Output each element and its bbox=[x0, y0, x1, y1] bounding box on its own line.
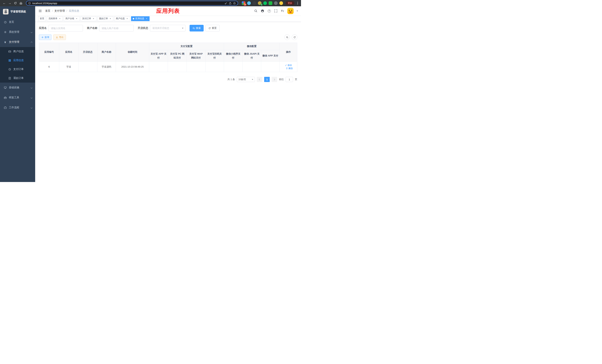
url-text[interactable]: localhost:1024/pay/app bbox=[32, 2, 223, 5]
page-number-1[interactable]: 1 bbox=[264, 77, 270, 82]
app-logo[interactable]: 芋道管理系统 bbox=[0, 6, 35, 17]
tab-pay-order[interactable]: 支付订单 bbox=[81, 16, 97, 21]
share-icon[interactable] bbox=[229, 2, 232, 5]
site-info-icon[interactable] bbox=[28, 2, 31, 5]
status-label: 开启状态 bbox=[138, 26, 148, 30]
page-word: 页 bbox=[295, 78, 297, 81]
search-button[interactable]: 搜索 bbox=[190, 25, 204, 32]
sidebar-item-payment[interactable]: 支付管理 bbox=[0, 37, 35, 47]
table-row: 6 芋道 芋道源码 2021-10-23 08:49:25 bbox=[39, 62, 297, 72]
close-icon[interactable] bbox=[145, 17, 148, 20]
extension-icon[interactable] bbox=[247, 1, 251, 5]
breadcrumb-separator bbox=[52, 10, 53, 12]
close-icon[interactable] bbox=[58, 17, 61, 20]
reload-icon[interactable] bbox=[13, 1, 18, 6]
page-title: 应用列表 bbox=[156, 7, 180, 15]
extension-icon[interactable] bbox=[269, 1, 272, 5]
grid-icon bbox=[8, 59, 11, 62]
refund-icon bbox=[8, 77, 11, 80]
merchant-name-input[interactable] bbox=[99, 25, 134, 32]
col-header-status: 开启状态 bbox=[78, 43, 97, 62]
chevron-down-icon bbox=[31, 97, 32, 98]
card-icon bbox=[8, 50, 11, 53]
extensions-area: 10 1 bbox=[241, 1, 284, 5]
close-icon[interactable] bbox=[126, 17, 129, 20]
sidebar-toggle-icon[interactable] bbox=[38, 9, 42, 13]
user-menu-caret-icon[interactable] bbox=[297, 11, 298, 11]
key-icon[interactable] bbox=[225, 2, 227, 5]
address-bar[interactable]: localhost:1024/pay/app bbox=[26, 1, 238, 6]
col-header-created: 创建时间 bbox=[116, 43, 149, 62]
sidebar-item-dev-tools[interactable]: 研发工具 bbox=[0, 93, 35, 103]
col-header-wx-mini: 微信小程序支付 bbox=[224, 50, 243, 62]
group-header-wechat: 微信配置 bbox=[224, 43, 280, 50]
extension-icon[interactable] bbox=[252, 1, 256, 5]
sidebar-item-infra[interactable]: 基础设施 bbox=[0, 83, 35, 93]
cell-app-id: 6 bbox=[39, 62, 59, 72]
logo-image bbox=[3, 9, 9, 14]
font-size-icon[interactable] bbox=[281, 9, 284, 13]
table-toolbar: 新增 导出 bbox=[39, 34, 297, 40]
tab-user-group[interactable]: 用户分组 bbox=[64, 16, 80, 21]
tab-app-info[interactable]: 应用信息 bbox=[131, 16, 150, 21]
next-page-button[interactable] bbox=[272, 77, 277, 82]
sidebar-item-workflow[interactable]: 工作流程 bbox=[0, 103, 35, 113]
page-size-select[interactable]: 10条/页 bbox=[237, 77, 255, 82]
sidebar-item-system[interactable]: 系统管理 bbox=[0, 27, 35, 37]
col-header-wx-jsapi: 微信 JSAPI 支付 bbox=[243, 50, 261, 62]
tags-view: 首页 流程表单 用户分组 支付订单 退款订单 商户信息 应用信息 bbox=[35, 16, 301, 22]
sidebar-item-home[interactable]: 首页 bbox=[0, 17, 35, 27]
chevron-left-icon bbox=[259, 78, 261, 80]
breadcrumb-payment[interactable]: 支付管理 bbox=[54, 9, 65, 13]
sidebar-item-pay-order[interactable]: 支付订单 bbox=[0, 65, 35, 74]
sidebar-item-label: 支付管理 bbox=[9, 40, 19, 44]
help-icon[interactable] bbox=[267, 9, 271, 13]
home-icon[interactable] bbox=[19, 1, 23, 6]
emoji-extension-icon[interactable] bbox=[279, 1, 283, 5]
refresh-table-button[interactable] bbox=[292, 34, 297, 40]
tab-process-form[interactable]: 流程表单 bbox=[47, 16, 63, 21]
breadcrumb-home[interactable]: 首页 bbox=[45, 9, 50, 13]
tab-home[interactable]: 首页 bbox=[38, 16, 46, 21]
bookmark-star-icon[interactable] bbox=[233, 2, 236, 5]
chevron-down-icon bbox=[31, 87, 32, 88]
back-icon[interactable]: ← bbox=[2, 1, 7, 6]
reset-button[interactable]: 重置 bbox=[205, 25, 220, 32]
puzzle-extension-icon[interactable] bbox=[274, 1, 278, 5]
sidebar-item-label: 首页 bbox=[9, 20, 14, 24]
fullscreen-icon[interactable] bbox=[274, 9, 278, 13]
status-select[interactable]: 请选择开启状态 bbox=[150, 25, 185, 32]
user-avatar[interactable] bbox=[287, 8, 294, 14]
add-button[interactable]: 新增 bbox=[39, 34, 52, 40]
chevron-down-icon bbox=[31, 107, 32, 108]
toggle-search-button[interactable] bbox=[284, 34, 290, 40]
edit-button[interactable]: 修改 bbox=[285, 64, 292, 67]
close-icon[interactable] bbox=[109, 17, 112, 20]
breadcrumb-separator bbox=[66, 10, 67, 12]
extension-icon[interactable] bbox=[263, 1, 267, 5]
sidebar-item-label: 支付订单 bbox=[13, 68, 24, 71]
status-select-placeholder: 请选择开启状态 bbox=[152, 26, 169, 30]
sidebar-item-refund-order[interactable]: 退款订单 bbox=[0, 74, 35, 83]
forward-icon[interactable]: → bbox=[7, 1, 12, 6]
tab-merchant-info[interactable]: 商户信息 bbox=[114, 16, 130, 21]
delete-button[interactable]: 删除 bbox=[286, 67, 293, 70]
browser-menu-icon[interactable] bbox=[296, 1, 299, 5]
app-name-input[interactable] bbox=[49, 25, 83, 32]
github-icon[interactable] bbox=[261, 9, 264, 13]
extension-icon[interactable]: 10 bbox=[242, 1, 246, 5]
close-icon[interactable] bbox=[75, 17, 78, 20]
goto-page-input[interactable] bbox=[286, 77, 293, 82]
export-button[interactable]: 导出 bbox=[53, 34, 66, 40]
prev-page-button[interactable] bbox=[257, 77, 262, 82]
close-icon[interactable] bbox=[92, 17, 95, 20]
chrome-update-button[interactable]: 更新 bbox=[286, 1, 294, 5]
tab-refund-order[interactable]: 退款订单 bbox=[97, 16, 113, 21]
extension-icon[interactable]: 1 bbox=[258, 1, 262, 5]
cell-created: 2021-10-23 08:49:25 bbox=[116, 62, 149, 72]
col-header-merchant: 商户名称 bbox=[97, 43, 116, 62]
sidebar-item-label: 研发工具 bbox=[9, 96, 19, 99]
sidebar-item-merchant-info[interactable]: 商户信息 bbox=[0, 47, 35, 56]
sidebar-item-app-info[interactable]: 应用信息 bbox=[0, 56, 35, 65]
search-icon[interactable] bbox=[254, 9, 258, 13]
